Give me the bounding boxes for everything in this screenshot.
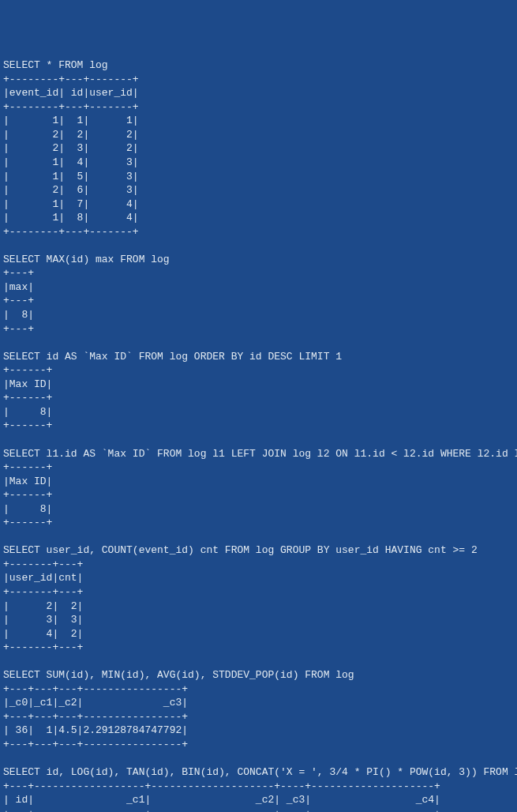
sql-terminal-output: SELECT * FROM log +--------+---+-------+… — [3, 58, 514, 812]
